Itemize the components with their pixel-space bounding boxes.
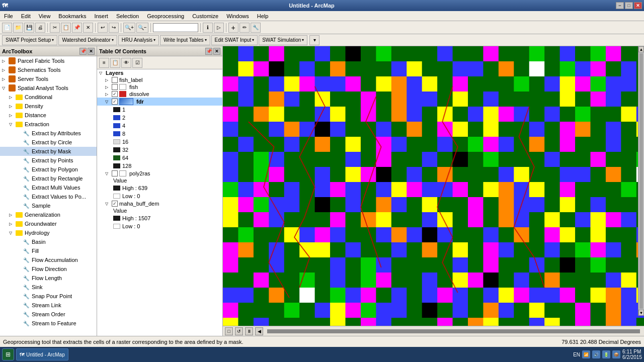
watershed-delineator[interactable]: Watershed Delineator ▾ (58, 35, 117, 45)
toolbox-item-extract-multi[interactable]: 🔧 Extract Multi Values (0, 183, 97, 192)
toc-dissolve[interactable]: ▷ dissolve (97, 90, 222, 98)
fish-checkbox[interactable] (112, 84, 118, 90)
swat-simulation[interactable]: SWAT Simulation ▾ (259, 35, 307, 45)
toc-fish[interactable]: ▷ fish (97, 83, 222, 90)
write-input-tables[interactable]: Write Input Tables ▾ (160, 35, 210, 45)
menu-customize[interactable]: Customize (190, 13, 220, 20)
fdr-checkbox[interactable] (112, 99, 118, 105)
menu-file[interactable]: File (2, 13, 15, 20)
toolbox-item-spatial[interactable]: ▽ Spatial Analyst Tools (0, 83, 97, 93)
map-pause-btn[interactable]: ⏸ (245, 327, 253, 335)
toolbox-item-hydrology[interactable]: ▽ Hydrology (0, 228, 97, 237)
toolbox-item-conditional[interactable]: ▷ Conditional (0, 93, 97, 102)
zoom-in-button[interactable]: 🔍+ (123, 23, 135, 33)
toc-fish-label[interactable]: ▷ fish_label (97, 76, 222, 83)
toolbox-item-groundwater[interactable]: ▷ Groundwater (0, 219, 97, 228)
toc-list-visibility[interactable]: 👁 (121, 58, 131, 68)
scroll-up-btn[interactable]: ▲ (638, 46, 644, 52)
zoom-out-button[interactable]: 🔍− (136, 23, 148, 33)
toolbox-item-flow-accumulation[interactable]: 🔧 Flow Accumulation (0, 255, 97, 264)
toolbox-item-extraction[interactable]: ▽ Extraction (0, 120, 97, 129)
map-area[interactable]: ▲ ▼ (223, 46, 644, 326)
toolbox-item-extract-by-attr[interactable]: 🔧 Extract by Attributes (0, 129, 97, 138)
toolbox-item-generalization[interactable]: ▷ Generalization (0, 210, 97, 219)
paste-button[interactable]: 📌 (72, 23, 82, 33)
swat-extra-btn[interactable]: ▾ (309, 35, 319, 45)
editor-button[interactable]: ✏ (239, 23, 250, 33)
toolbox-item-fill[interactable]: 🔧 Fill (0, 246, 97, 255)
map-refresh-btn[interactable]: ↺ (235, 327, 243, 335)
close-button[interactable]: ✕ (634, 2, 642, 9)
menu-geoprocessing[interactable]: Geoprocessing (145, 13, 186, 20)
cut-button[interactable]: ✂ (50, 23, 60, 33)
toolbox-item-snap-pour[interactable]: 🔧 Snap Pour Point (0, 292, 97, 301)
swat-project-setup[interactable]: SWAT Project Setup ▾ (2, 35, 57, 45)
menu-help[interactable]: Help (255, 13, 271, 20)
new-button[interactable]: 📄 (2, 23, 12, 33)
toolbox-item-stream-link[interactable]: 🔧 Stream Link (0, 301, 97, 310)
scroll-thumb-v[interactable] (639, 53, 643, 309)
open-button[interactable]: 📁 (13, 23, 23, 33)
map-goto-btn[interactable]: □ (225, 327, 233, 335)
minimize-button[interactable]: − (616, 2, 624, 9)
toc-list-selection[interactable]: ☑ (132, 58, 142, 68)
toolbox-item-sink[interactable]: 🔧 Sink (0, 283, 97, 292)
menu-selection[interactable]: Selection (114, 13, 141, 20)
dissolve-checkbox[interactable] (112, 91, 118, 97)
add-data-button[interactable]: + (228, 23, 238, 33)
toolbox-item-stream-to-feature[interactable]: 🔧 Stream to Feature (0, 319, 97, 328)
scale-input[interactable]: 1:4,408,005 (153, 23, 198, 32)
map-stop-btn[interactable]: ◀ (255, 327, 263, 335)
taskbar-arcmap[interactable]: 🗺 Untitled - ArcMap (16, 348, 68, 360)
toolbox-item-extract-by-mask[interactable]: 🔧 Extract by Mask (0, 147, 97, 156)
menu-bookmarks[interactable]: Bookmarks (56, 13, 88, 20)
toolbox-item-flow-direction[interactable]: 🔧 Flow Direction (0, 264, 97, 274)
toolbox-item-extract-values-to-po[interactable]: 🔧 Extract Values to Po... (0, 192, 97, 201)
delete-button[interactable]: ✕ (83, 23, 93, 33)
toc-list-by-source[interactable]: 📋 (110, 58, 120, 68)
print-button[interactable]: 🖨 (35, 23, 45, 33)
select-button[interactable]: ▷ (214, 23, 224, 33)
toolbox-item-parcel[interactable]: ▷ Parcel Fabric Tools (0, 56, 97, 65)
toolbox-item-extract-by-circle[interactable]: 🔧 Extract by Circle (0, 138, 97, 147)
arctoolbox-close[interactable]: ✕ (88, 48, 95, 55)
toc-poly2ras[interactable]: ▽ poly2ras (97, 170, 222, 177)
menu-edit[interactable]: Edit (19, 13, 33, 20)
toolbox-item-extract-by-points[interactable]: 🔧 Extract by Points (0, 156, 97, 165)
toolbox-item-extract-by-polygon[interactable]: 🔧 Extract by Polygon (0, 165, 97, 174)
toc-list-view[interactable]: ≡ (99, 58, 109, 68)
toolbox-item-density[interactable]: ▷ Density (0, 102, 97, 111)
toc-close[interactable]: ✕ (213, 48, 220, 55)
toc-fdr[interactable]: ▽ fdr (97, 98, 222, 106)
identify-button[interactable]: ℹ (203, 23, 213, 33)
arctoolbox-button[interactable]: 🔧 (251, 23, 261, 33)
menu-windows[interactable]: Windows (224, 13, 251, 20)
map-scrollbar-v[interactable]: ▲ ▼ (638, 46, 644, 316)
toolbox-item-sample[interactable]: 🔧 Sample (0, 201, 97, 210)
undo-button[interactable]: ↩ (98, 23, 108, 33)
arctoolbox-pin[interactable]: 📌 (79, 48, 87, 55)
save-button[interactable]: 💾 (24, 23, 34, 33)
menu-view[interactable]: View (37, 13, 53, 20)
edit-swat-input[interactable]: Edit SWAT Input ▾ (211, 35, 258, 45)
redo-button[interactable]: ↪ (109, 23, 119, 33)
toolbox-item-schematics[interactable]: ▷ Schematics Tools (0, 65, 97, 74)
toolbox-item-flow-length[interactable]: 🔧 Flow Length (0, 274, 97, 283)
toc-maha-buff-dem[interactable]: ▽ maha_buff_dem (97, 200, 222, 207)
maximize-button[interactable]: □ (625, 2, 633, 9)
toolbox-item-extract-by-rect[interactable]: 🔧 Extract by Rectangle (0, 174, 97, 183)
toolbox-item-distance[interactable]: ▷ Distance (0, 111, 97, 120)
poly2ras-checkbox[interactable] (112, 170, 118, 176)
maha-checkbox[interactable] (112, 201, 118, 207)
hru-analysis[interactable]: HRU Analysis ▾ (118, 35, 159, 45)
start-button[interactable]: ⊞ (2, 348, 14, 360)
toolbox-item-basin[interactable]: 🔧 Basin (0, 237, 97, 246)
toolbox-item-server[interactable]: ▷ Server Tools (0, 74, 97, 83)
menu-insert[interactable]: Insert (92, 13, 110, 20)
toolbox-item-stream-order[interactable]: 🔧 Stream Order (0, 310, 97, 319)
fish-label-checkbox[interactable] (112, 77, 118, 83)
copy-button[interactable]: 📋 (61, 23, 71, 33)
toc-layers-root[interactable]: ▽ Layers (97, 69, 222, 76)
toc-pin[interactable]: 📌 (205, 48, 212, 55)
scroll-down-btn[interactable]: ▼ (638, 310, 644, 316)
